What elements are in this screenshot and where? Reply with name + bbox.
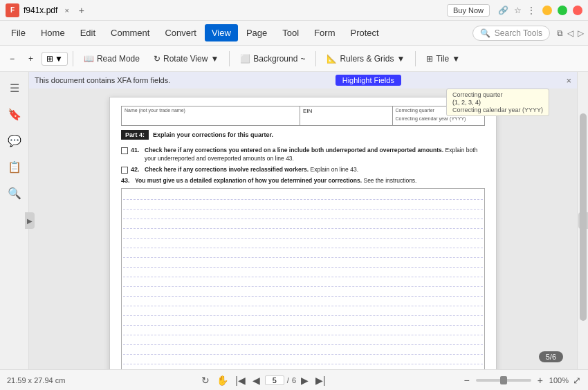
bookmark-icon[interactable]: 🔖 <box>4 104 25 124</box>
text-line <box>123 248 483 258</box>
read-mode-icon: 📖 <box>84 54 94 64</box>
menu-protect[interactable]: Protect <box>343 24 385 41</box>
rulers-grids-button[interactable]: 📐 Rulers & Grids ▼ <box>321 51 410 66</box>
checkbox-41[interactable] <box>121 147 128 154</box>
page-total: 6 <box>552 353 556 361</box>
separator-4 <box>415 51 416 66</box>
search-icon: 🔍 <box>480 28 490 38</box>
menu-page[interactable]: Page <box>239 24 274 41</box>
zoom-out-button[interactable]: − <box>4 51 20 66</box>
separator <box>73 51 73 66</box>
zoom-value: 100% <box>549 376 569 384</box>
row-num-41: 41. <box>131 147 142 154</box>
pages-icon[interactable]: 📋 <box>4 156 25 177</box>
menu-comment[interactable]: Comment <box>104 24 156 41</box>
rotate-view-button[interactable]: ↻ Rotate View ▼ <box>148 51 224 66</box>
scrollbar-thumb[interactable] <box>580 113 587 321</box>
text-area-box[interactable] <box>121 188 485 369</box>
text-line <box>123 345 483 355</box>
filename: f941x.pdf <box>24 6 57 15</box>
form-year-label: Correcting calendar year (YYYY) <box>396 116 482 121</box>
nav-back-icon[interactable]: ◁ <box>567 28 573 38</box>
buy-now-button[interactable]: Buy Now <box>447 4 490 17</box>
menu-home[interactable]: Home <box>34 24 72 41</box>
xfa-close-button[interactable]: × <box>566 75 571 86</box>
text-line <box>123 364 483 369</box>
background-dropdown-arrow: ~ <box>300 54 305 64</box>
separator-2 <box>229 51 230 66</box>
form-name-label: Name (not your trade name) <box>125 108 297 113</box>
zoom-selector[interactable]: ⊞ ▼ <box>42 52 68 66</box>
rotate-icon: ↻ <box>154 54 160 64</box>
left-collapse-arrow[interactable]: ▶ <box>25 212 35 229</box>
rulers-grids-label: Rulers & Grids <box>340 54 394 64</box>
text-line <box>123 200 483 210</box>
form-name-field[interactable]: Name (not your trade name) <box>122 106 300 125</box>
close-button[interactable] <box>573 6 582 15</box>
maximize-button[interactable] <box>558 6 567 15</box>
text-line <box>123 297 483 306</box>
menu-form[interactable]: Form <box>307 24 342 41</box>
minimize-button[interactable] <box>542 6 552 15</box>
star-icon[interactable]: ☆ <box>514 6 522 15</box>
comment-icon[interactable]: 💬 <box>4 130 25 151</box>
open-new-window-icon[interactable]: ⧉ <box>557 28 563 38</box>
rotate-tool-icon[interactable]: ↻ <box>199 375 212 386</box>
field-tooltip: Correcting quarter (1, 2, 3, 4) Correcti… <box>446 89 549 116</box>
rotate-view-label: Rotate View <box>163 54 208 64</box>
menu-convert[interactable]: Convert <box>158 24 203 41</box>
row-text-41: Check here if any corrections you entere… <box>145 147 485 163</box>
zoom-slider[interactable] <box>476 379 531 382</box>
background-button[interactable]: ⬜ Background ~ <box>235 51 311 66</box>
first-page-button[interactable]: |◀ <box>233 375 248 386</box>
zoom-in-button[interactable]: + <box>23 51 39 66</box>
highlight-fields-button[interactable]: Highlight Fields <box>336 75 401 86</box>
menu-file[interactable]: File <box>4 24 33 41</box>
tab-add-button[interactable]: + <box>76 3 87 17</box>
document-dimensions: 21.59 x 27.94 cm <box>7 376 65 384</box>
menu-view[interactable]: View <box>205 24 238 41</box>
status-bar-center: ↻ ✋ |◀ ◀ / 6 ▶ ▶| <box>199 375 327 386</box>
tab-close-button[interactable]: × <box>62 5 71 16</box>
title-bar: F f941x.pdf × + Buy Now 🔗 ☆ ⋮ <box>0 0 588 21</box>
row-num-42: 42. <box>131 166 142 173</box>
menu-edit[interactable]: Edit <box>73 24 102 41</box>
text-line <box>123 306 483 316</box>
status-bar-right: − + 100% ⤢ <box>461 375 581 386</box>
nav-forward-icon[interactable]: ▷ <box>578 28 584 38</box>
tooltip-sub: Correcting calendar year (YYYY) <box>452 106 543 113</box>
last-page-button[interactable]: ▶| <box>313 375 328 386</box>
checkbox-42[interactable] <box>121 167 128 174</box>
tile-button[interactable]: ⊞ Tile ▼ <box>421 51 466 66</box>
prev-page-button[interactable]: ◀ <box>250 375 262 386</box>
form-ein-field[interactable]: EIN <box>300 106 393 125</box>
right-panel: ◀ <box>577 72 588 369</box>
search-tools[interactable]: 🔍 Search Tools <box>472 26 550 41</box>
zoom-thumb[interactable] <box>500 376 507 384</box>
page-separator: / <box>287 376 289 384</box>
share-icon[interactable]: 🔗 <box>498 6 508 15</box>
search-tools-label: Search Tools <box>495 28 542 38</box>
more-icon[interactable]: ⋮ <box>527 6 535 15</box>
read-mode-button[interactable]: 📖 Read Mode <box>78 51 145 66</box>
menu-tool[interactable]: Tool <box>275 24 306 41</box>
zoom-in-status-button[interactable]: + <box>535 375 545 386</box>
fit-page-button[interactable]: ⤢ <box>573 375 581 386</box>
separator-3 <box>315 51 316 66</box>
nav-panel-icon[interactable]: ☰ <box>4 77 25 98</box>
menu-bar: File Home Edit Comment Convert View Page… <box>0 21 588 46</box>
total-pages: 6 <box>292 376 296 384</box>
next-page-button[interactable]: ▶ <box>299 375 311 386</box>
tooltip-value: (1, 2, 3, 4) <box>452 99 543 106</box>
zoom-out-status-button[interactable]: − <box>461 375 471 386</box>
title-bar-left: F f941x.pdf × + <box>6 3 87 17</box>
rulers-dropdown-arrow: ▼ <box>396 54 405 64</box>
find-icon[interactable]: 🔍 <box>4 183 25 203</box>
text-line <box>123 326 483 335</box>
rulers-icon: 📐 <box>327 54 337 64</box>
hand-tool-icon[interactable]: ✋ <box>214 375 230 386</box>
text-line <box>123 219 483 229</box>
page-input[interactable] <box>265 375 284 385</box>
status-bar: 21.59 x 27.94 cm ↻ ✋ |◀ ◀ / 6 ▶ ▶| − + 1… <box>0 369 588 390</box>
text-line <box>123 287 483 297</box>
